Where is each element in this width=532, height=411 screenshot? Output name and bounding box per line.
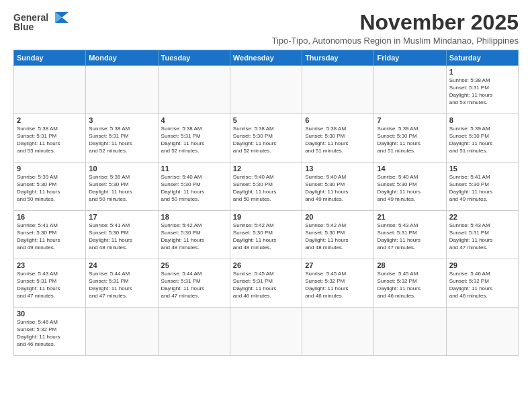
header-sunday: Sunday: [14, 50, 86, 66]
calendar-cell: 23Sunrise: 5:43 AM Sunset: 5:31 PM Dayli…: [14, 259, 86, 308]
day-info: Sunrise: 5:45 AM Sunset: 5:32 PM Dayligh…: [305, 271, 371, 300]
day-number: 11: [161, 165, 227, 173]
calendar-cell: 29Sunrise: 5:46 AM Sunset: 5:32 PM Dayli…: [446, 259, 518, 308]
calendar-cell: [158, 308, 230, 356]
day-info: Sunrise: 5:38 AM Sunset: 5:31 PM Dayligh…: [161, 126, 227, 154]
day-info: Sunrise: 5:42 AM Sunset: 5:30 PM Dayligh…: [233, 222, 299, 251]
calendar-cell: [302, 66, 374, 114]
day-info: Sunrise: 5:46 AM Sunset: 5:32 PM Dayligh…: [17, 319, 83, 348]
calendar-cell: [86, 308, 158, 356]
calendar-cell: 12Sunrise: 5:40 AM Sunset: 5:30 PM Dayli…: [230, 163, 302, 211]
header-thursday: Thursday: [302, 50, 374, 66]
calendar-week-1: 1Sunrise: 5:38 AM Sunset: 5:31 PM Daylig…: [14, 66, 519, 114]
month-title: November 2025: [271, 11, 519, 34]
calendar-cell: [230, 66, 302, 114]
day-info: Sunrise: 5:45 AM Sunset: 5:31 PM Dayligh…: [233, 271, 299, 300]
day-number: 7: [377, 116, 443, 124]
header-saturday: Saturday: [446, 50, 518, 66]
title-area: November 2025 Tipo-Tipo, Autonomous Regi…: [271, 11, 519, 46]
calendar-week-2: 2Sunrise: 5:38 AM Sunset: 5:31 PM Daylig…: [14, 114, 519, 163]
calendar-cell: 25Sunrise: 5:44 AM Sunset: 5:31 PM Dayli…: [158, 259, 230, 308]
day-info: Sunrise: 5:40 AM Sunset: 5:30 PM Dayligh…: [161, 174, 227, 203]
calendar-week-6: 30Sunrise: 5:46 AM Sunset: 5:32 PM Dayli…: [14, 308, 519, 356]
day-number: 9: [17, 165, 83, 173]
calendar-cell: 26Sunrise: 5:45 AM Sunset: 5:31 PM Dayli…: [230, 259, 302, 308]
day-info: Sunrise: 5:39 AM Sunset: 5:30 PM Dayligh…: [449, 126, 515, 154]
calendar-week-5: 23Sunrise: 5:43 AM Sunset: 5:31 PM Dayli…: [14, 259, 519, 308]
calendar-cell: 1Sunrise: 5:38 AM Sunset: 5:31 PM Daylig…: [446, 66, 518, 114]
day-number: 23: [17, 261, 83, 269]
calendar-week-4: 16Sunrise: 5:41 AM Sunset: 5:30 PM Dayli…: [14, 211, 519, 259]
day-number: 2: [17, 116, 83, 124]
calendar-cell: 11Sunrise: 5:40 AM Sunset: 5:30 PM Dayli…: [158, 163, 230, 211]
day-number: 4: [161, 116, 227, 124]
day-info: Sunrise: 5:43 AM Sunset: 5:31 PM Dayligh…: [377, 222, 443, 251]
calendar-cell: [158, 66, 230, 114]
day-number: 27: [305, 261, 371, 269]
day-info: Sunrise: 5:38 AM Sunset: 5:31 PM Dayligh…: [449, 77, 515, 106]
day-info: Sunrise: 5:40 AM Sunset: 5:30 PM Dayligh…: [377, 174, 443, 203]
day-number: 24: [89, 261, 154, 269]
day-info: Sunrise: 5:43 AM Sunset: 5:31 PM Dayligh…: [449, 222, 515, 251]
day-number: 29: [449, 261, 515, 269]
logo: General Blue: [13, 11, 69, 32]
day-number: 14: [377, 165, 443, 173]
calendar-week-3: 9Sunrise: 5:39 AM Sunset: 5:30 PM Daylig…: [14, 163, 519, 211]
header: General Blue November 2025 Tipo-Tipo, Au…: [13, 11, 519, 46]
calendar-cell: [302, 308, 374, 356]
day-number: 28: [377, 261, 443, 269]
calendar-cell: 9Sunrise: 5:39 AM Sunset: 5:30 PM Daylig…: [14, 163, 86, 211]
day-info: Sunrise: 5:38 AM Sunset: 5:31 PM Dayligh…: [89, 126, 154, 154]
day-info: Sunrise: 5:41 AM Sunset: 5:30 PM Dayligh…: [89, 222, 154, 251]
day-number: 22: [449, 213, 515, 221]
calendar-cell: [230, 308, 302, 356]
calendar-cell: [374, 66, 446, 114]
calendar-cell: 4Sunrise: 5:38 AM Sunset: 5:31 PM Daylig…: [158, 114, 230, 163]
calendar-cell: 15Sunrise: 5:41 AM Sunset: 5:30 PM Dayli…: [446, 163, 518, 211]
day-info: Sunrise: 5:40 AM Sunset: 5:30 PM Dayligh…: [233, 174, 299, 203]
day-number: 25: [161, 261, 227, 269]
calendar-cell: 13Sunrise: 5:40 AM Sunset: 5:30 PM Dayli…: [302, 163, 374, 211]
day-number: 20: [305, 213, 371, 221]
calendar-cell: [446, 308, 518, 356]
day-number: 16: [17, 213, 83, 221]
day-number: 8: [449, 116, 515, 124]
day-number: 5: [233, 116, 299, 124]
day-number: 13: [305, 165, 371, 173]
calendar-table: Sunday Monday Tuesday Wednesday Thursday…: [13, 50, 519, 356]
day-info: Sunrise: 5:39 AM Sunset: 5:30 PM Dayligh…: [17, 174, 83, 203]
day-number: 17: [89, 213, 154, 221]
calendar-cell: 30Sunrise: 5:46 AM Sunset: 5:32 PM Dayli…: [14, 308, 86, 356]
header-row: Sunday Monday Tuesday Wednesday Thursday…: [14, 50, 519, 66]
day-info: Sunrise: 5:45 AM Sunset: 5:32 PM Dayligh…: [377, 271, 443, 300]
calendar-cell: 3Sunrise: 5:38 AM Sunset: 5:31 PM Daylig…: [86, 114, 158, 163]
calendar-cell: 27Sunrise: 5:45 AM Sunset: 5:32 PM Dayli…: [302, 259, 374, 308]
day-info: Sunrise: 5:40 AM Sunset: 5:30 PM Dayligh…: [305, 174, 371, 203]
calendar-cell: 22Sunrise: 5:43 AM Sunset: 5:31 PM Dayli…: [446, 211, 518, 259]
calendar-cell: 8Sunrise: 5:39 AM Sunset: 5:30 PM Daylig…: [446, 114, 518, 163]
calendar-cell: 10Sunrise: 5:39 AM Sunset: 5:30 PM Dayli…: [86, 163, 158, 211]
calendar-cell: 19Sunrise: 5:42 AM Sunset: 5:30 PM Dayli…: [230, 211, 302, 259]
calendar-cell: 14Sunrise: 5:40 AM Sunset: 5:30 PM Dayli…: [374, 163, 446, 211]
day-number: 30: [17, 310, 83, 318]
calendar-cell: 24Sunrise: 5:44 AM Sunset: 5:31 PM Dayli…: [86, 259, 158, 308]
header-monday: Monday: [86, 50, 158, 66]
day-info: Sunrise: 5:38 AM Sunset: 5:30 PM Dayligh…: [305, 126, 371, 154]
day-info: Sunrise: 5:39 AM Sunset: 5:30 PM Dayligh…: [377, 126, 443, 154]
day-number: 18: [161, 213, 227, 221]
calendar-cell: 20Sunrise: 5:42 AM Sunset: 5:30 PM Dayli…: [302, 211, 374, 259]
calendar-cell: [14, 66, 86, 114]
logo-icon: [50, 11, 69, 24]
day-info: Sunrise: 5:44 AM Sunset: 5:31 PM Dayligh…: [89, 271, 154, 300]
calendar-cell: 28Sunrise: 5:45 AM Sunset: 5:32 PM Dayli…: [374, 259, 446, 308]
day-number: 26: [233, 261, 299, 269]
day-info: Sunrise: 5:41 AM Sunset: 5:30 PM Dayligh…: [17, 222, 83, 251]
header-wednesday: Wednesday: [230, 50, 302, 66]
day-info: Sunrise: 5:38 AM Sunset: 5:31 PM Dayligh…: [17, 126, 83, 154]
day-info: Sunrise: 5:42 AM Sunset: 5:30 PM Dayligh…: [305, 222, 371, 251]
calendar-cell: 6Sunrise: 5:38 AM Sunset: 5:30 PM Daylig…: [302, 114, 374, 163]
calendar-cell: 21Sunrise: 5:43 AM Sunset: 5:31 PM Dayli…: [374, 211, 446, 259]
calendar-cell: 2Sunrise: 5:38 AM Sunset: 5:31 PM Daylig…: [14, 114, 86, 163]
day-number: 3: [89, 116, 154, 124]
day-number: 21: [377, 213, 443, 221]
